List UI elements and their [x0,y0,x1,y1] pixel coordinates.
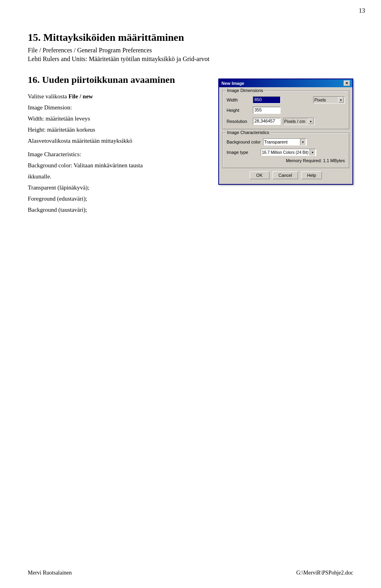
body-text-7: Image Characteristics: [28,149,206,159]
footer: Mervi Ruotsalainen G:\MerviR\PSPohje2.do… [28,570,353,576]
section16-title: 16. Uuden piirtoikkunan avaaminen [28,75,206,85]
bg-color-select[interactable]: Transparent ▼ [263,138,307,146]
section15-subtitle2: Lehti Rulers and Units: Määritetään työt… [28,56,353,63]
width-label: Width [227,98,250,102]
body-text-11: Foreground (edustaväri); [28,194,206,203]
bg-color-label: Background color [227,140,261,144]
dialog-titlebar: New Image ✕ [219,79,352,87]
dialog-title: New Image [221,81,244,86]
image-dimensions-label: Image Dimensions [226,88,264,93]
image-dimensions-group: Image Dimensions Width 850 Pixels ▼ [222,90,349,129]
height-label: Height [227,108,250,113]
bg-color-row: Background color Transparent ▼ [227,138,345,146]
height-row: Height 355 [227,107,345,114]
width-unit-select[interactable]: Pixels ▼ [313,96,345,103]
width-row: Width 850 Pixels ▼ [227,96,345,103]
img-type-label: Image type [227,150,258,155]
image-characteristics-group: Image Characteristics Background color T… [222,132,349,168]
dialog-close-button[interactable]: ✕ [344,80,350,86]
resolution-label: Resolution [227,119,250,124]
resolution-unit-select[interactable]: Pixels / cm ▼ [283,118,315,125]
body-text-4: Height: määritetään korkeus [28,125,206,134]
img-type-row: Image type 16.7 Million Colors (24 Bit) … [227,149,345,156]
body-text-3: Width: määritetään leveys [28,114,206,123]
body-text-1: Valitse valikosta File / new [28,92,206,101]
footer-file: G:\MerviR\PSPohje2.doc [296,570,353,576]
width-unit-arrow[interactable]: ▼ [338,97,344,103]
resolution-row: Resolution 28,346457 Pixels / cm ▼ [227,118,345,125]
width-input[interactable]: 850 [253,96,281,103]
body-text-9: ikkunalle. [28,172,206,181]
section15-subtitle1: File / Preferences / General Program Pre… [28,47,353,54]
height-input[interactable]: 355 [253,107,281,114]
img-type-select[interactable]: 16.7 Million Colors (24 Bit) ▼ [261,149,316,156]
ok-button[interactable]: OK [250,171,269,179]
help-button[interactable]: Help [301,171,322,179]
memory-required: Memory Required: 1.1 MBytes [227,158,345,163]
footer-author: Mervi Ruotsalainen [28,570,72,576]
body-text-8: Background color: Valitaan minkävärinen … [28,161,206,170]
image-characteristics-label: Image Characteristics [226,130,270,135]
new-image-dialog: New Image ✕ Image Dimensions Width 850 [218,79,353,185]
page-number: 13 [359,7,365,14]
body-text-10: Transparent (läpinäkyvä); [28,183,206,192]
bg-color-dropdown-arrow[interactable]: ▼ [300,139,306,145]
resolution-input[interactable]: 28,346457 [253,118,281,125]
cancel-button[interactable]: Cancel [273,171,298,179]
resolution-unit-arrow[interactable]: ▼ [308,119,314,124]
body-text-2: Image Dimension: [28,103,206,112]
section15-title: 15. Mittayksiköiden määrittäminen [28,32,353,44]
dialog-buttons: OK Cancel Help [222,171,349,181]
body-text-12: Background (taustaväri); [28,205,206,215]
body-text-5: Alasvetovalikosta määritetään mittayksik… [28,136,206,146]
img-type-dropdown-arrow[interactable]: ▼ [310,149,315,155]
